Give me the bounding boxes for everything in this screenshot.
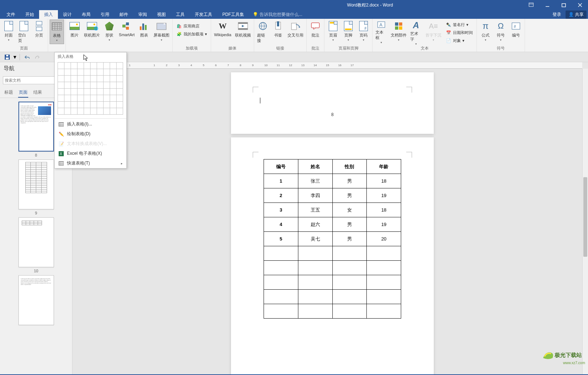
login-link[interactable]: 登录	[553, 12, 561, 18]
vertical-scrollbar[interactable]	[582, 69, 588, 374]
thumbnail-page-11[interactable]: Lorem ipsum dolor sit amet consectetur a…	[18, 275, 54, 325]
table-header[interactable]: 编号	[264, 159, 298, 174]
tab-文件[interactable]: 文件	[1, 10, 20, 19]
online-video-button[interactable]: 联机视频	[234, 20, 252, 44]
table-header[interactable]: 性别	[332, 159, 367, 174]
ribbon-options-icon[interactable]	[523, 0, 539, 10]
tab-工具[interactable]: 工具	[171, 10, 190, 19]
table-row[interactable]	[264, 290, 401, 304]
thumbnail-page-8[interactable]: ■■■■Lorem ipsum dolor sit amet consectet…	[18, 102, 54, 152]
dropdown-title: 插入表格	[55, 52, 126, 61]
minimize-button[interactable]	[539, 0, 555, 10]
draw-table-menuitem[interactable]: ✏️绘制表格(D)	[55, 129, 126, 139]
table-row[interactable]: 3王五女18	[264, 203, 401, 217]
page-break-button[interactable]: 分页	[32, 20, 46, 44]
cover-page-button[interactable]: 封面▾	[1, 20, 16, 44]
tab-设计[interactable]: 设计	[58, 10, 77, 19]
page-8-bottom[interactable]: 8	[231, 72, 434, 134]
table-row[interactable]	[264, 275, 401, 290]
quick-parts-button[interactable]: 文档部件▾	[389, 20, 408, 44]
store-button[interactable]: 🛍️应用商店	[175, 22, 209, 30]
table-button[interactable]: 表格▾	[50, 20, 64, 44]
nav-tab-标题[interactable]: 标题	[4, 88, 14, 98]
tab-开始[interactable]: 开始	[20, 10, 39, 19]
nav-tab-页面[interactable]: 页面	[18, 88, 28, 98]
nav-tab-结果[interactable]: 结果	[33, 88, 43, 98]
excel-spreadsheet-menuitem[interactable]: XExcel 电子表格(X)	[55, 149, 126, 158]
table-row[interactable]	[264, 304, 401, 319]
undo-button[interactable]	[23, 53, 32, 61]
chart-button[interactable]: 图表	[137, 20, 151, 44]
share-button[interactable]: 👤 共享	[566, 10, 587, 19]
svg-point-13	[164, 23, 165, 25]
wikipedia-button[interactable]: WWikipedia	[213, 20, 233, 44]
header-button[interactable]: 页眉▾	[326, 20, 340, 44]
thumbnail-page-9[interactable]	[18, 159, 54, 209]
hyperlink-button[interactable]: 超链接	[256, 20, 270, 44]
insert-table-menuitem[interactable]: 插入表格(I)...	[55, 119, 126, 129]
group-label-comments: 批注	[308, 45, 323, 52]
redo-button[interactable]	[33, 53, 42, 61]
tab-布局[interactable]: 布局	[77, 10, 96, 19]
menu-bar: 文件开始插入设计布局引用邮件审阅视图工具开发工具PDF工具集 💡 告诉我您想要做…	[0, 10, 588, 19]
svg-rect-16	[238, 28, 248, 30]
bulb-icon: 💡	[253, 12, 258, 17]
table-row[interactable]	[264, 246, 401, 261]
tell-me-search[interactable]: 💡 告诉我您想要做什么...	[253, 12, 302, 18]
tell-me-placeholder: 告诉我您想要做什么...	[260, 12, 302, 18]
tab-插入[interactable]: 插入	[39, 10, 58, 19]
document-area: 3211234567891011121314151617 8 编号姓名性别年龄 …	[72, 62, 588, 374]
tab-PDF工具集[interactable]: PDF工具集	[217, 10, 249, 19]
smartart-button[interactable]: SmartArt	[117, 20, 136, 44]
close-button[interactable]	[572, 0, 588, 10]
footer-button[interactable]: 页脚▾	[341, 20, 356, 44]
tab-视图[interactable]: 视图	[152, 10, 171, 19]
group-label-page: 页面	[1, 45, 46, 52]
svg-rect-7	[36, 27, 42, 31]
online-pictures-button[interactable]: 🌐联机图片	[83, 20, 101, 44]
table-header[interactable]: 姓名	[298, 159, 332, 174]
object-button[interactable]: 📄对象 ▾	[444, 37, 474, 44]
page-number-button[interactable]: #页码▾	[356, 20, 371, 44]
svg-text:A: A	[379, 22, 382, 27]
document-table[interactable]: 编号姓名性别年龄 1张三男182李四男193王五女184赵六男195吴七男20	[264, 159, 401, 319]
svg-text:#: #	[514, 24, 516, 29]
quick-tables-menuitem[interactable]: 快速表格(T)▸	[55, 158, 126, 168]
equation-button[interactable]: π公式▾	[478, 20, 493, 44]
text-cursor	[260, 98, 260, 103]
number-button[interactable]: #编号	[509, 20, 523, 44]
date-time-button[interactable]: 📅日期和时间	[444, 29, 474, 36]
pictures-button[interactable]: 图片	[67, 20, 82, 44]
horizontal-ruler[interactable]: 3211234567891011121314151617	[83, 62, 582, 69]
qat-dropdown[interactable]: ▾	[13, 53, 17, 61]
page-9[interactable]: 编号姓名性别年龄 1张三男182李四男193王五女184赵六男195吴七男20	[231, 137, 434, 374]
blank-page-button[interactable]: 空白页	[17, 20, 31, 44]
table-header[interactable]: 年龄	[367, 159, 401, 174]
watermark: 极光下载站 www.xz7.com	[542, 349, 585, 365]
shapes-button[interactable]: 形状▾	[102, 20, 117, 44]
maximize-button[interactable]	[555, 0, 572, 10]
thumbnail-page-10[interactable]	[18, 217, 54, 267]
symbol-button[interactable]: Ω符号▾	[494, 20, 508, 44]
table-row[interactable]: 2李四男19	[264, 188, 401, 203]
tab-开发工具[interactable]: 开发工具	[190, 10, 217, 19]
table-row[interactable]	[264, 261, 401, 275]
signature-line-button[interactable]: ✒️签名行 ▾	[444, 21, 474, 28]
table-row[interactable]: 5吴七男20	[264, 232, 401, 246]
bookmark-button[interactable]: 书签	[271, 20, 285, 44]
group-label-symbols: 符号	[478, 45, 523, 52]
wordart-button[interactable]: A艺术字▾	[409, 20, 423, 44]
screenshot-button[interactable]: 屏幕截图▾	[152, 20, 171, 44]
tab-审阅[interactable]: 审阅	[133, 10, 152, 19]
table-row[interactable]: 4赵六男19	[264, 217, 401, 232]
textbox-button[interactable]: A文本框▾	[374, 20, 388, 44]
save-button[interactable]	[3, 53, 12, 61]
tab-邮件[interactable]: 邮件	[114, 10, 133, 19]
my-addins-button[interactable]: 🧩我的加载项 ▾	[175, 30, 209, 38]
table-grid-picker[interactable]	[55, 61, 126, 118]
svg-rect-27	[395, 22, 398, 26]
cross-reference-button[interactable]: 交叉引用	[286, 20, 305, 44]
table-row[interactable]: 1张三男18	[264, 174, 401, 188]
comment-button[interactable]: 批注	[308, 20, 323, 44]
tab-引用[interactable]: 引用	[96, 10, 114, 19]
